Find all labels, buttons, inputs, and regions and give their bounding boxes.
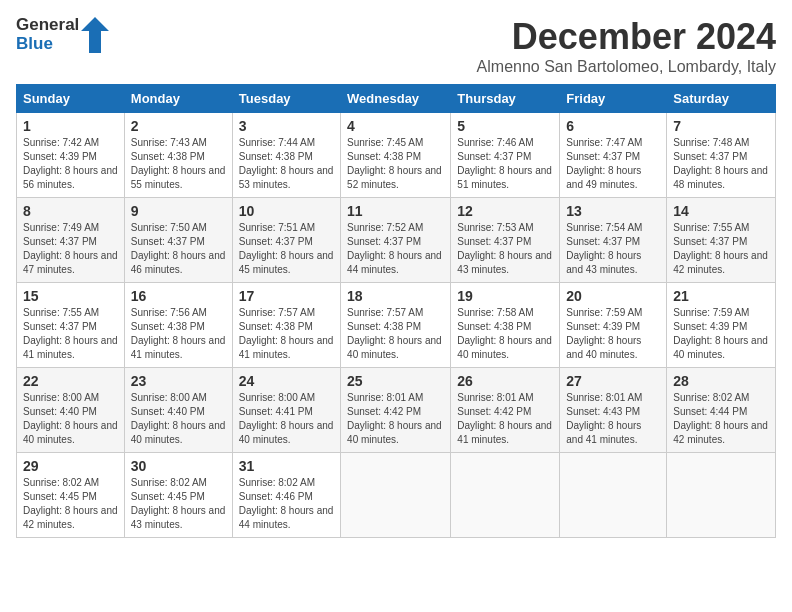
- day-info: Sunrise: 7:53 AMSunset: 4:37 PMDaylight:…: [457, 222, 552, 275]
- day-info: Sunrise: 8:00 AMSunset: 4:40 PMDaylight:…: [23, 392, 118, 445]
- day-info: Sunrise: 8:02 AMSunset: 4:44 PMDaylight:…: [673, 392, 768, 445]
- day-17: 17 Sunrise: 7:57 AMSunset: 4:38 PMDaylig…: [232, 283, 340, 368]
- day-29: 29 Sunrise: 8:02 AMSunset: 4:45 PMDaylig…: [17, 453, 125, 538]
- day-22: 22 Sunrise: 8:00 AMSunset: 4:40 PMDaylig…: [17, 368, 125, 453]
- day-info: Sunrise: 8:01 AMSunset: 4:43 PMDaylight:…: [566, 392, 642, 445]
- day-number: 20: [566, 288, 660, 304]
- day-21: 21 Sunrise: 7:59 AMSunset: 4:39 PMDaylig…: [667, 283, 776, 368]
- day-28: 28 Sunrise: 8:02 AMSunset: 4:44 PMDaylig…: [667, 368, 776, 453]
- day-number: 8: [23, 203, 118, 219]
- header-wednesday: Wednesday: [341, 85, 451, 113]
- day-info: Sunrise: 7:46 AMSunset: 4:37 PMDaylight:…: [457, 137, 552, 190]
- day-info: Sunrise: 8:02 AMSunset: 4:45 PMDaylight:…: [131, 477, 226, 530]
- day-number: 6: [566, 118, 660, 134]
- day-info: Sunrise: 7:50 AMSunset: 4:37 PMDaylight:…: [131, 222, 226, 275]
- day-number: 1: [23, 118, 118, 134]
- day-11: 11 Sunrise: 7:52 AMSunset: 4:37 PMDaylig…: [341, 198, 451, 283]
- day-number: 30: [131, 458, 226, 474]
- day-number: 23: [131, 373, 226, 389]
- day-info: Sunrise: 7:57 AMSunset: 4:38 PMDaylight:…: [239, 307, 334, 360]
- header-monday: Monday: [124, 85, 232, 113]
- day-info: Sunrise: 7:52 AMSunset: 4:37 PMDaylight:…: [347, 222, 442, 275]
- day-info: Sunrise: 8:00 AMSunset: 4:41 PMDaylight:…: [239, 392, 334, 445]
- day-18: 18 Sunrise: 7:57 AMSunset: 4:38 PMDaylig…: [341, 283, 451, 368]
- day-16: 16 Sunrise: 7:56 AMSunset: 4:38 PMDaylig…: [124, 283, 232, 368]
- day-number: 29: [23, 458, 118, 474]
- day-info: Sunrise: 7:43 AMSunset: 4:38 PMDaylight:…: [131, 137, 226, 190]
- day-number: 16: [131, 288, 226, 304]
- day-20: 20 Sunrise: 7:59 AMSunset: 4:39 PMDaylig…: [560, 283, 667, 368]
- day-info: Sunrise: 7:58 AMSunset: 4:38 PMDaylight:…: [457, 307, 552, 360]
- day-number: 13: [566, 203, 660, 219]
- day-info: Sunrise: 7:56 AMSunset: 4:38 PMDaylight:…: [131, 307, 226, 360]
- calendar-week-5: 29 Sunrise: 8:02 AMSunset: 4:45 PMDaylig…: [17, 453, 776, 538]
- day-number: 24: [239, 373, 334, 389]
- day-number: 15: [23, 288, 118, 304]
- day-number: 17: [239, 288, 334, 304]
- day-info: Sunrise: 7:55 AMSunset: 4:37 PMDaylight:…: [23, 307, 118, 360]
- svg-marker-0: [81, 17, 109, 53]
- day-info: Sunrise: 7:57 AMSunset: 4:38 PMDaylight:…: [347, 307, 442, 360]
- day-5: 5 Sunrise: 7:46 AMSunset: 4:37 PMDayligh…: [451, 113, 560, 198]
- header-sunday: Sunday: [17, 85, 125, 113]
- day-number: 2: [131, 118, 226, 134]
- day-7: 7 Sunrise: 7:48 AMSunset: 4:37 PMDayligh…: [667, 113, 776, 198]
- day-27: 27 Sunrise: 8:01 AMSunset: 4:43 PMDaylig…: [560, 368, 667, 453]
- day-25: 25 Sunrise: 8:01 AMSunset: 4:42 PMDaylig…: [341, 368, 451, 453]
- day-info: Sunrise: 8:02 AMSunset: 4:46 PMDaylight:…: [239, 477, 334, 530]
- day-info: Sunrise: 7:48 AMSunset: 4:37 PMDaylight:…: [673, 137, 768, 190]
- header-tuesday: Tuesday: [232, 85, 340, 113]
- calendar-week-4: 22 Sunrise: 8:00 AMSunset: 4:40 PMDaylig…: [17, 368, 776, 453]
- calendar-header-row: Sunday Monday Tuesday Wednesday Thursday…: [17, 85, 776, 113]
- day-number: 7: [673, 118, 769, 134]
- day-8: 8 Sunrise: 7:49 AMSunset: 4:37 PMDayligh…: [17, 198, 125, 283]
- calendar-week-3: 15 Sunrise: 7:55 AMSunset: 4:37 PMDaylig…: [17, 283, 776, 368]
- day-info: Sunrise: 8:02 AMSunset: 4:45 PMDaylight:…: [23, 477, 118, 530]
- day-info: Sunrise: 8:01 AMSunset: 4:42 PMDaylight:…: [457, 392, 552, 445]
- empty-cell: [667, 453, 776, 538]
- day-number: 3: [239, 118, 334, 134]
- day-9: 9 Sunrise: 7:50 AMSunset: 4:37 PMDayligh…: [124, 198, 232, 283]
- day-number: 26: [457, 373, 553, 389]
- title-section: December 2024 Almenno San Bartolomeo, Lo…: [477, 16, 776, 76]
- day-info: Sunrise: 7:47 AMSunset: 4:37 PMDaylight:…: [566, 137, 642, 190]
- day-info: Sunrise: 7:59 AMSunset: 4:39 PMDaylight:…: [566, 307, 642, 360]
- calendar: Sunday Monday Tuesday Wednesday Thursday…: [16, 84, 776, 538]
- day-4: 4 Sunrise: 7:45 AMSunset: 4:38 PMDayligh…: [341, 113, 451, 198]
- day-number: 21: [673, 288, 769, 304]
- day-number: 18: [347, 288, 444, 304]
- day-1: 1 Sunrise: 7:42 AMSunset: 4:39 PMDayligh…: [17, 113, 125, 198]
- day-info: Sunrise: 7:45 AMSunset: 4:38 PMDaylight:…: [347, 137, 442, 190]
- day-number: 27: [566, 373, 660, 389]
- day-info: Sunrise: 7:54 AMSunset: 4:37 PMDaylight:…: [566, 222, 642, 275]
- day-12: 12 Sunrise: 7:53 AMSunset: 4:37 PMDaylig…: [451, 198, 560, 283]
- day-number: 31: [239, 458, 334, 474]
- header-thursday: Thursday: [451, 85, 560, 113]
- day-number: 14: [673, 203, 769, 219]
- day-31: 31 Sunrise: 8:02 AMSunset: 4:46 PMDaylig…: [232, 453, 340, 538]
- header-saturday: Saturday: [667, 85, 776, 113]
- day-number: 25: [347, 373, 444, 389]
- day-26: 26 Sunrise: 8:01 AMSunset: 4:42 PMDaylig…: [451, 368, 560, 453]
- day-number: 9: [131, 203, 226, 219]
- day-info: Sunrise: 7:49 AMSunset: 4:37 PMDaylight:…: [23, 222, 118, 275]
- empty-cell: [560, 453, 667, 538]
- day-23: 23 Sunrise: 8:00 AMSunset: 4:40 PMDaylig…: [124, 368, 232, 453]
- logo: General Blue: [16, 16, 109, 53]
- day-number: 19: [457, 288, 553, 304]
- day-10: 10 Sunrise: 7:51 AMSunset: 4:37 PMDaylig…: [232, 198, 340, 283]
- day-6: 6 Sunrise: 7:47 AMSunset: 4:37 PMDayligh…: [560, 113, 667, 198]
- day-number: 12: [457, 203, 553, 219]
- calendar-week-2: 8 Sunrise: 7:49 AMSunset: 4:37 PMDayligh…: [17, 198, 776, 283]
- day-number: 4: [347, 118, 444, 134]
- day-info: Sunrise: 8:01 AMSunset: 4:42 PMDaylight:…: [347, 392, 442, 445]
- day-2: 2 Sunrise: 7:43 AMSunset: 4:38 PMDayligh…: [124, 113, 232, 198]
- page-header: General Blue December 2024 Almenno San B…: [16, 16, 776, 76]
- empty-cell: [451, 453, 560, 538]
- day-number: 28: [673, 373, 769, 389]
- day-info: Sunrise: 7:44 AMSunset: 4:38 PMDaylight:…: [239, 137, 334, 190]
- day-number: 22: [23, 373, 118, 389]
- day-24: 24 Sunrise: 8:00 AMSunset: 4:41 PMDaylig…: [232, 368, 340, 453]
- day-number: 11: [347, 203, 444, 219]
- day-13: 13 Sunrise: 7:54 AMSunset: 4:37 PMDaylig…: [560, 198, 667, 283]
